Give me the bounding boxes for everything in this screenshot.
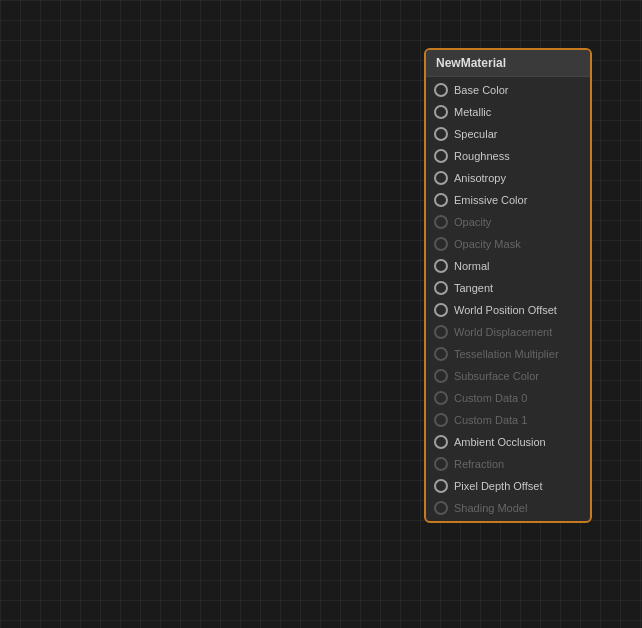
- pin-item-custom-data-1[interactable]: Custom Data 1: [426, 409, 590, 431]
- pin-icon-normal: [434, 259, 448, 273]
- pin-icon-subsurface-color: [434, 369, 448, 383]
- pin-icon-tangent: [434, 281, 448, 295]
- pin-icon-ambient-occlusion: [434, 435, 448, 449]
- pin-icon-metallic: [434, 105, 448, 119]
- pin-item-subsurface-color[interactable]: Subsurface Color: [426, 365, 590, 387]
- pin-label-opacity-mask: Opacity Mask: [454, 238, 521, 250]
- pin-label-refraction: Refraction: [454, 458, 504, 470]
- pin-item-emissive-color[interactable]: Emissive Color: [426, 189, 590, 211]
- pin-icon-opacity-mask: [434, 237, 448, 251]
- pin-icon-shading-model: [434, 501, 448, 515]
- pin-item-world-position-offset[interactable]: World Position Offset: [426, 299, 590, 321]
- pin-label-subsurface-color: Subsurface Color: [454, 370, 539, 382]
- pin-label-specular: Specular: [454, 128, 497, 140]
- pin-icon-specular: [434, 127, 448, 141]
- pin-label-custom-data-1: Custom Data 1: [454, 414, 527, 426]
- pin-icon-roughness: [434, 149, 448, 163]
- pin-icon-custom-data-1: [434, 413, 448, 427]
- pin-icon-opacity: [434, 215, 448, 229]
- pin-icon-anisotropy: [434, 171, 448, 185]
- pin-icon-world-displacement: [434, 325, 448, 339]
- material-node-panel: NewMaterial Base ColorMetallicSpecularRo…: [424, 48, 592, 523]
- pin-item-tessellation-multiplier[interactable]: Tessellation Multiplier: [426, 343, 590, 365]
- pin-label-custom-data-0: Custom Data 0: [454, 392, 527, 404]
- pin-label-tangent: Tangent: [454, 282, 493, 294]
- pin-icon-pixel-depth-offset: [434, 479, 448, 493]
- pin-label-ambient-occlusion: Ambient Occlusion: [454, 436, 546, 448]
- panel-title: NewMaterial: [426, 50, 590, 77]
- pin-label-pixel-depth-offset: Pixel Depth Offset: [454, 480, 542, 492]
- pin-item-custom-data-0[interactable]: Custom Data 0: [426, 387, 590, 409]
- pin-item-opacity[interactable]: Opacity: [426, 211, 590, 233]
- pin-item-opacity-mask[interactable]: Opacity Mask: [426, 233, 590, 255]
- pin-label-emissive-color: Emissive Color: [454, 194, 527, 206]
- pin-icon-base-color: [434, 83, 448, 97]
- pin-label-tessellation-multiplier: Tessellation Multiplier: [454, 348, 559, 360]
- pin-label-anisotropy: Anisotropy: [454, 172, 506, 184]
- pin-label-roughness: Roughness: [454, 150, 510, 162]
- pin-icon-refraction: [434, 457, 448, 471]
- pin-label-base-color: Base Color: [454, 84, 508, 96]
- pin-label-shading-model: Shading Model: [454, 502, 527, 514]
- pin-item-roughness[interactable]: Roughness: [426, 145, 590, 167]
- pin-item-ambient-occlusion[interactable]: Ambient Occlusion: [426, 431, 590, 453]
- pin-icon-tessellation-multiplier: [434, 347, 448, 361]
- pin-item-base-color[interactable]: Base Color: [426, 79, 590, 101]
- pin-icon-custom-data-0: [434, 391, 448, 405]
- pin-item-normal[interactable]: Normal: [426, 255, 590, 277]
- pin-item-tangent[interactable]: Tangent: [426, 277, 590, 299]
- pin-label-metallic: Metallic: [454, 106, 491, 118]
- pin-label-normal: Normal: [454, 260, 489, 272]
- pin-item-metallic[interactable]: Metallic: [426, 101, 590, 123]
- pin-item-specular[interactable]: Specular: [426, 123, 590, 145]
- pin-label-world-displacement: World Displacement: [454, 326, 552, 338]
- pin-icon-world-position-offset: [434, 303, 448, 317]
- pin-item-world-displacement[interactable]: World Displacement: [426, 321, 590, 343]
- pin-item-pixel-depth-offset[interactable]: Pixel Depth Offset: [426, 475, 590, 497]
- pin-list: Base ColorMetallicSpecularRoughnessAniso…: [426, 77, 590, 521]
- pin-label-opacity: Opacity: [454, 216, 491, 228]
- pin-label-world-position-offset: World Position Offset: [454, 304, 557, 316]
- pin-item-anisotropy[interactable]: Anisotropy: [426, 167, 590, 189]
- pin-icon-emissive-color: [434, 193, 448, 207]
- pin-item-refraction[interactable]: Refraction: [426, 453, 590, 475]
- pin-item-shading-model[interactable]: Shading Model: [426, 497, 590, 519]
